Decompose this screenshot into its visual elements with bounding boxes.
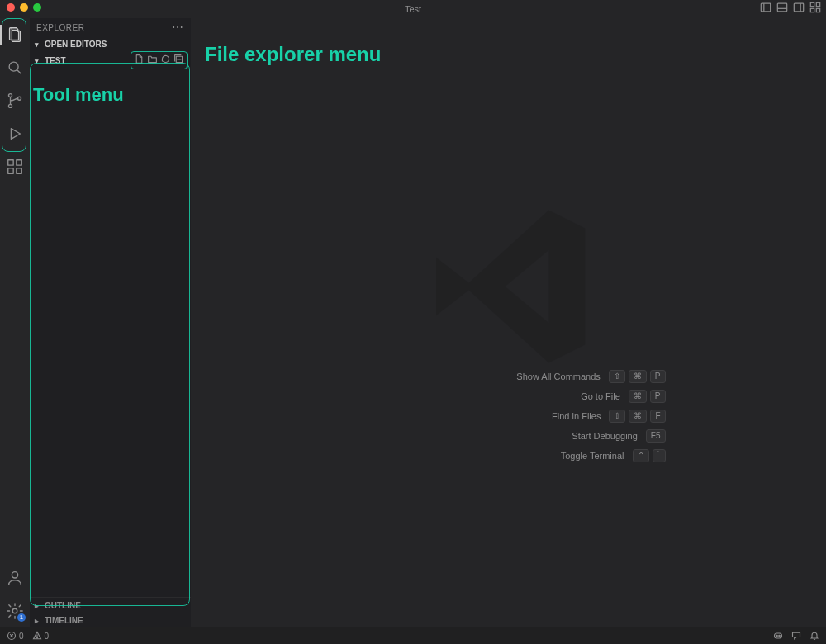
- svg-rect-6: [810, 2, 814, 6]
- explorer-title-row: EXPLORER ⋯: [30, 18, 191, 36]
- keycap: `: [653, 449, 666, 462]
- status-errors[interactable]: 0: [7, 631, 24, 641]
- welcome-cmd-row: Go to File⌘P: [352, 390, 666, 403]
- traffic-lights: [7, 3, 41, 12]
- update-badge: 1: [17, 613, 26, 622]
- explorer-more-icon[interactable]: ⋯: [172, 21, 184, 33]
- keycap: P: [650, 390, 666, 403]
- new-folder-icon[interactable]: [147, 53, 158, 68]
- svg-rect-2: [777, 3, 786, 12]
- layout-sidebar-right-icon[interactable]: [793, 2, 805, 15]
- minimize-window-button[interactable]: [20, 3, 28, 12]
- svg-rect-0: [761, 3, 770, 12]
- account-icon[interactable]: [3, 566, 26, 590]
- svg-rect-4: [794, 3, 803, 12]
- run-debug-icon[interactable]: [3, 122, 26, 145]
- window-title: Test: [405, 4, 421, 14]
- error-count: 0: [19, 632, 24, 641]
- new-file-icon[interactable]: [134, 53, 145, 68]
- settings-gear-icon[interactable]: 1: [3, 599, 26, 623]
- welcome-cmd-keys: ⇧⌘F: [609, 410, 665, 423]
- keycap: ⌃: [633, 449, 649, 462]
- extensions-icon[interactable]: [3, 155, 26, 178]
- warning-count: 0: [45, 632, 50, 641]
- svg-rect-19: [17, 168, 21, 173]
- welcome-cmd-label: Show All Commands: [352, 372, 601, 381]
- zoom-window-button[interactable]: [33, 3, 41, 12]
- editor-area: Show All Commands⇧⌘PGo to File⌘PFind in …: [191, 18, 826, 627]
- collapse-all-icon[interactable]: [173, 53, 184, 68]
- close-window-button[interactable]: [7, 3, 15, 12]
- timeline-section[interactable]: TIMELINE: [30, 613, 191, 627]
- svg-line-12: [17, 70, 21, 74]
- svg-rect-7: [816, 2, 819, 6]
- status-bar: 0 0: [0, 627, 826, 644]
- status-warnings[interactable]: 0: [32, 631, 50, 641]
- welcome-cmd-keys: F5: [646, 429, 666, 443]
- timeline-label: TIMELINE: [45, 616, 83, 625]
- explorer-title: EXPLORER: [36, 23, 84, 32]
- layout-sidebar-left-icon[interactable]: [760, 2, 771, 15]
- status-copilot-icon[interactable]: [773, 631, 783, 641]
- welcome-cmd-label: Go to File: [352, 391, 620, 401]
- keycap: ⌘: [629, 410, 647, 423]
- svg-point-21: [12, 572, 17, 578]
- status-bell-icon[interactable]: [809, 631, 819, 641]
- welcome-cmd-keys: ⌘P: [629, 390, 666, 403]
- welcome-shortcuts: Show All Commands⇧⌘PGo to File⌘PFind in …: [352, 370, 666, 462]
- welcome-cmd-keys: ⇧⌘P: [609, 370, 666, 383]
- folder-actions: [131, 51, 188, 69]
- titlebar-layout-controls: [760, 2, 821, 15]
- keycap: ⇧: [609, 410, 625, 423]
- explorer-sidebar: EXPLORER ⋯ OPEN EDITORS TEST: [30, 18, 191, 627]
- svg-rect-9: [816, 8, 819, 12]
- svg-rect-30: [775, 633, 782, 638]
- svg-point-29: [36, 637, 37, 638]
- vscode-logo-watermark: [418, 196, 600, 377]
- search-icon[interactable]: [3, 56, 26, 79]
- welcome-cmd-label: Toggle Terminal: [352, 451, 624, 461]
- svg-point-32: [779, 635, 781, 637]
- outline-label: OUTLINE: [45, 601, 81, 610]
- svg-rect-18: [8, 168, 13, 173]
- keycap: F: [650, 410, 665, 423]
- svg-point-31: [776, 635, 778, 637]
- welcome-cmd-label: Find in Files: [352, 411, 601, 421]
- layout-panel-icon[interactable]: [776, 2, 788, 15]
- welcome-cmd-row: Toggle Terminal⌃`: [352, 449, 666, 462]
- status-feedback-icon[interactable]: [791, 631, 801, 641]
- explorer-icon[interactable]: [3, 23, 26, 46]
- svg-rect-20: [17, 160, 21, 165]
- keycap: P: [650, 370, 666, 383]
- workbench: 1 EXPLORER ⋯ OPEN EDITORS TEST: [0, 18, 826, 627]
- open-editors-label: OPEN EDITORS: [45, 40, 107, 49]
- refresh-icon[interactable]: [160, 53, 171, 68]
- outline-section[interactable]: OUTLINE: [30, 598, 191, 613]
- open-editors-section[interactable]: OPEN EDITORS: [30, 36, 191, 51]
- welcome-cmd-row: Show All Commands⇧⌘P: [352, 370, 666, 383]
- folder-section: TEST: [30, 51, 191, 69]
- welcome-cmd-label: Start Debugging: [352, 431, 638, 441]
- customize-layout-icon[interactable]: [809, 2, 821, 15]
- folder-name: TEST: [45, 56, 66, 65]
- welcome-cmd-row: Start DebuggingF5: [352, 429, 666, 443]
- keycap: ⇧: [609, 370, 625, 383]
- keycap: F5: [646, 429, 666, 443]
- svg-marker-16: [11, 129, 20, 140]
- titlebar: Test: [0, 0, 826, 18]
- svg-rect-17: [8, 160, 13, 165]
- svg-point-22: [12, 608, 17, 613]
- keycap: ⌘: [629, 390, 647, 403]
- app-window: Test: [0, 0, 826, 644]
- folder-section-header[interactable]: TEST: [30, 53, 71, 68]
- file-tree-area[interactable]: [30, 69, 191, 597]
- keycap: ⌘: [629, 370, 647, 383]
- svg-rect-8: [810, 8, 814, 12]
- welcome-cmd-row: Find in Files⇧⌘F: [352, 410, 666, 423]
- activity-bar: 1: [0, 18, 30, 627]
- source-control-icon[interactable]: [3, 89, 26, 112]
- welcome-cmd-keys: ⌃`: [633, 449, 666, 462]
